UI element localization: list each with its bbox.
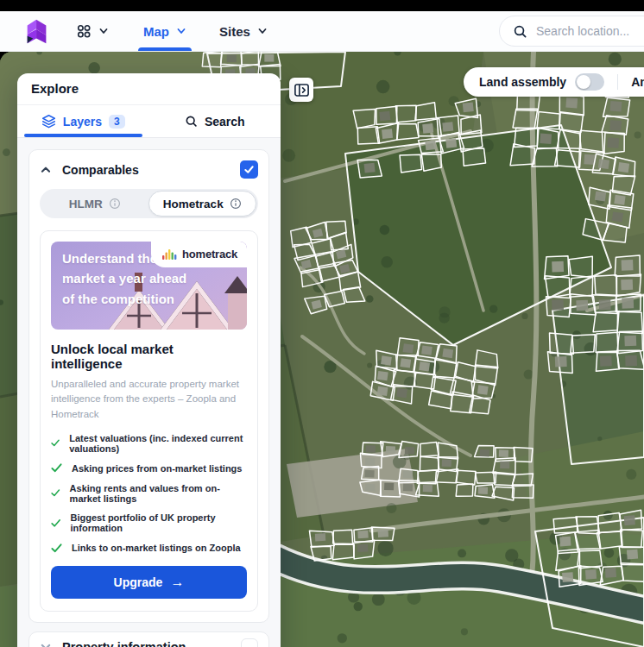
- comparables-source-switch: HLMR Hometrack: [40, 189, 258, 218]
- feature-text: Asking rents and values from on-market l…: [70, 483, 247, 504]
- section-checkbox[interactable]: [241, 638, 258, 647]
- chevron-down-icon: [40, 641, 52, 647]
- nav-sites-label: Sites: [219, 24, 250, 39]
- search-icon: [513, 24, 527, 39]
- app-logo[interactable]: [22, 16, 52, 46]
- tab-search[interactable]: Search: [149, 105, 281, 137]
- search-input[interactable]: [536, 24, 644, 38]
- layers-count-badge: 3: [109, 115, 125, 129]
- hlmr-label: HLMR: [69, 198, 103, 210]
- layers-list: Comparables HLMR: [17, 138, 281, 647]
- promo-heading: Unlock local market intelligence: [51, 342, 247, 371]
- nav-tab-sites[interactable]: Sites: [219, 11, 268, 51]
- feature-text: Asking prices from on-market listings: [72, 463, 242, 474]
- feature-item: Asking rents and values from on-market l…: [51, 483, 247, 504]
- upgrade-button[interactable]: Upgrade →: [51, 566, 247, 599]
- promo-description: Unparalleled and accurate property marke…: [51, 377, 247, 422]
- chevron-down-icon: [257, 26, 268, 36]
- app-switcher-menu[interactable]: [76, 11, 109, 51]
- segment-hlmr[interactable]: HLMR: [41, 191, 148, 217]
- info-icon[interactable]: [230, 198, 242, 210]
- collapse-panel-button[interactable]: [289, 78, 313, 102]
- tab-layers-label: Layers: [63, 115, 102, 129]
- location-search: [499, 16, 644, 47]
- check-icon: [51, 543, 62, 554]
- upgrade-label: Upgrade: [114, 575, 163, 589]
- hometrack-brand-badge: hometrack: [151, 242, 247, 267]
- check-icon: [51, 518, 60, 529]
- nav-map-label: Map: [143, 24, 169, 39]
- panel-title: Explore: [31, 81, 79, 96]
- nav-tab-map[interactable]: Map: [143, 11, 186, 51]
- comparables-card: Comparables HLMR: [28, 149, 269, 623]
- feature-item: Latest valuations (inc. indexed current …: [51, 433, 247, 454]
- feature-item: Biggest portfolio of UK property informa…: [51, 512, 247, 533]
- feature-text: Links to on-market listings on Zoopla: [72, 543, 241, 553]
- content-area: Land assembly Annotations Explore Layers…: [0, 52, 644, 647]
- tab-layers[interactable]: Layers 3: [17, 105, 149, 137]
- layers-icon: [41, 114, 56, 129]
- section-property-information[interactable]: Property information: [28, 631, 269, 647]
- comparables-checkbox[interactable]: [240, 160, 258, 179]
- toolbar-divider: [617, 74, 618, 90]
- explore-header: Explore: [17, 73, 281, 105]
- tab-search-label: Search: [205, 115, 245, 129]
- feature-item: Asking prices from on-market listings: [51, 462, 247, 474]
- comparables-title: Comparables: [62, 163, 139, 177]
- hometrack-wordmark: hometrack: [182, 248, 237, 261]
- search-icon: [185, 115, 198, 128]
- hometrack-label: Hometrack: [163, 198, 224, 210]
- segment-hometrack[interactable]: Hometrack: [148, 191, 257, 217]
- feature-list: Latest valuations (inc. indexed current …: [51, 433, 247, 554]
- promo-banner: Understand the market a year ahead of th…: [51, 242, 247, 330]
- info-icon[interactable]: [109, 198, 121, 210]
- window-top-strip: [0, 0, 644, 11]
- annotations-button[interactable]: Annotations: [631, 75, 644, 89]
- explore-panel: Explore Layers 3 Se: [17, 73, 281, 647]
- top-nav: Map Sites: [0, 11, 644, 52]
- arrow-right-icon: →: [170, 575, 184, 590]
- comparables-header[interactable]: Comparables: [40, 160, 258, 179]
- hometrack-bars-icon: [162, 248, 177, 261]
- feature-text: Latest valuations (inc. indexed current …: [69, 433, 247, 454]
- check-icon: [51, 487, 60, 499]
- map-toolbar: Land assembly Annotations: [464, 67, 644, 97]
- grid-icon: [76, 23, 92, 39]
- panel-tabs: Layers 3 Search: [17, 105, 281, 138]
- check-icon: [51, 437, 60, 449]
- app-window: Map Sites: [0, 0, 644, 647]
- hometrack-promo-card: Understand the market a year ahead of th…: [40, 230, 258, 612]
- chevron-up-icon: [40, 164, 52, 176]
- land-assembly-label: Land assembly: [479, 75, 566, 89]
- chevron-down-icon: [98, 26, 109, 36]
- feature-item: Links to on-market listings on Zoopla: [51, 543, 247, 554]
- check-icon: [243, 164, 255, 175]
- feature-text: Biggest portfolio of UK property informa…: [70, 512, 247, 533]
- land-assembly-toggle[interactable]: [575, 73, 604, 91]
- panel-collapse-icon: [294, 82, 310, 98]
- chevron-down-icon: [176, 26, 186, 36]
- check-icon: [51, 462, 62, 474]
- section-label: Property information: [62, 640, 186, 647]
